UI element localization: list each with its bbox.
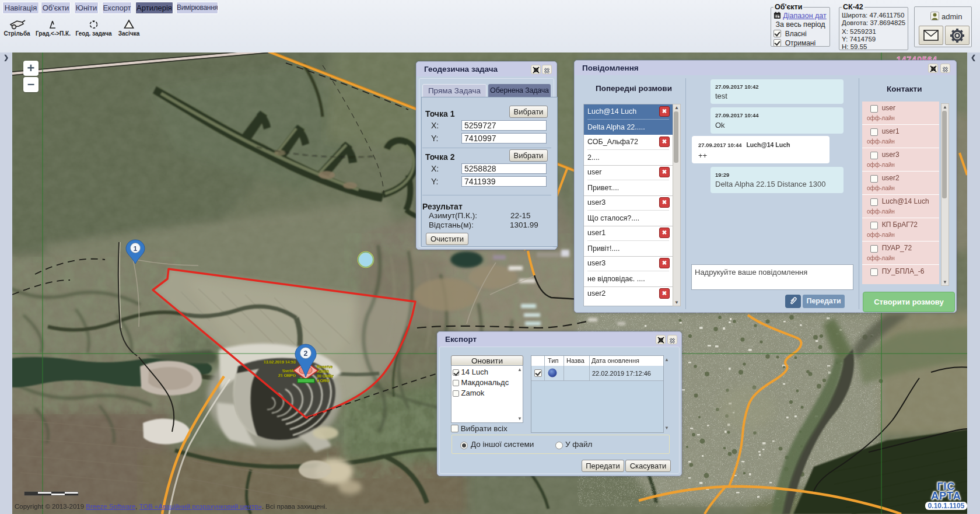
svg-text:2: 2 [304,349,308,358]
svg-text:30 OMBr: 30 OMBr [317,374,334,378]
svg-text:Reserve: Reserve [317,365,332,369]
svg-text:1: 1 [134,245,138,252]
svg-text:R3000: R3000 [317,369,329,373]
svg-text:Svetik: Svetik [282,369,295,373]
svg-text:5 ORG: 5 ORG [317,379,330,383]
svg-text:13.02.2019 14:53: 13.02.2019 14:53 [264,360,296,364]
svg-text:21 OBPG: 21 OBPG [278,373,296,377]
